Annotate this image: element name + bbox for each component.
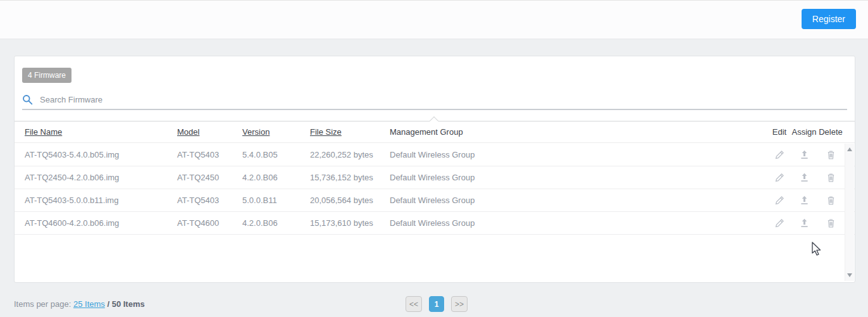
- cell-version: 5.0.0.B11: [242, 196, 310, 205]
- cell-management-group: Default Wireless Group: [390, 150, 767, 159]
- file-size-sort-link[interactable]: File Size: [310, 127, 342, 137]
- pencil-icon[interactable]: [774, 149, 785, 160]
- cell-file-size: 15,173,610 bytes: [310, 218, 390, 228]
- pencil-icon[interactable]: [774, 218, 785, 228]
- cell-model: AT-TQ2450: [177, 173, 242, 182]
- upload-icon[interactable]: [799, 172, 810, 183]
- next-page-button[interactable]: >>: [451, 296, 468, 312]
- cell-model: AT-TQ4600: [177, 218, 242, 228]
- scroll-down-arrow-icon[interactable]: [847, 273, 852, 277]
- model-sort-link[interactable]: Model: [177, 127, 199, 137]
- cell-file-size: 22,260,252 bytes: [310, 150, 390, 159]
- cell-model: AT-TQ5403: [177, 196, 242, 205]
- cell-file-size: 20,056,564 bytes: [310, 196, 390, 205]
- search-bar: [22, 90, 847, 110]
- cell-management-group: Default Wireless Group: [390, 196, 767, 205]
- upload-icon[interactable]: [799, 218, 810, 228]
- column-header-file-name[interactable]: File Name: [15, 127, 177, 137]
- firmware-count-badge: 4 Firmware: [22, 68, 71, 83]
- current-page-button[interactable]: 1: [429, 296, 444, 312]
- cell-model: AT-TQ5403: [177, 150, 242, 159]
- column-header-version[interactable]: Version: [242, 127, 310, 137]
- table-header-row: File Name Model Version File Size Manage…: [15, 121, 855, 143]
- cell-file-name: AT-TQ5403-5.4.0.b05.img: [15, 150, 177, 159]
- cell-version: 4.2.0.B06: [242, 218, 310, 228]
- column-header-model[interactable]: Model: [177, 127, 242, 137]
- trash-icon[interactable]: [826, 218, 836, 228]
- items-per-page-label: Items per page:: [14, 299, 71, 309]
- items-per-page: Items per page: 25 Items / 50 Items: [14, 299, 145, 309]
- search-input[interactable]: [39, 94, 847, 105]
- column-header-assign: Assign: [791, 127, 817, 137]
- table-row: AT-TQ5403-5.4.0.b05.img AT-TQ5403 5.4.0.…: [15, 144, 855, 166]
- prev-page-button[interactable]: <<: [406, 296, 422, 312]
- column-header-edit: Edit: [767, 127, 791, 137]
- page-size-link[interactable]: 25 Items: [73, 299, 105, 309]
- cell-file-size: 15,736,152 bytes: [310, 173, 390, 182]
- cell-management-group: Default Wireless Group: [390, 173, 767, 182]
- cell-management-group: Default Wireless Group: [390, 218, 767, 228]
- firmware-panel: 4 Firmware File Name Model Version File …: [14, 56, 855, 283]
- pagination: << 1 >>: [406, 296, 468, 312]
- table-row: AT-TQ5403-5.0.0.b11.img AT-TQ5403 5.0.0.…: [15, 189, 855, 212]
- column-header-delete: Delete: [817, 127, 845, 137]
- header-notch: [430, 116, 438, 125]
- search-icon: [22, 94, 33, 105]
- cell-file-name: AT-TQ2450-4.2.0.b06.img: [15, 173, 177, 182]
- pencil-icon[interactable]: [774, 195, 785, 206]
- scroll-up-arrow-icon[interactable]: [847, 147, 852, 151]
- table-row: AT-TQ2450-4.2.0.b06.img AT-TQ2450 4.2.0.…: [15, 166, 855, 189]
- upload-icon[interactable]: [799, 195, 810, 206]
- cell-version: 5.4.0.B05: [242, 150, 310, 159]
- upload-icon[interactable]: [799, 149, 810, 160]
- trash-icon[interactable]: [826, 149, 836, 160]
- cell-version: 4.2.0.B06: [242, 173, 310, 182]
- trash-icon[interactable]: [826, 172, 836, 183]
- table-row: AT-TQ4600-4.2.0.b06.img AT-TQ4600 4.2.0.…: [15, 212, 855, 235]
- version-sort-link[interactable]: Version: [242, 127, 270, 137]
- total-items-label: 50 Items: [112, 299, 145, 309]
- top-toolbar: Register: [0, 0, 868, 39]
- column-header-file-size[interactable]: File Size: [310, 127, 390, 137]
- file-name-sort-link[interactable]: File Name: [25, 127, 62, 137]
- footer-separator: /: [107, 299, 109, 309]
- trash-icon[interactable]: [826, 195, 836, 206]
- column-header-management-group: Management Group: [390, 127, 767, 137]
- cell-file-name: AT-TQ5403-5.0.0.b11.img: [15, 196, 177, 205]
- vertical-scrollbar[interactable]: [845, 144, 854, 281]
- cell-file-name: AT-TQ4600-4.2.0.b06.img: [15, 218, 177, 228]
- register-button[interactable]: Register: [802, 9, 856, 29]
- table-body: AT-TQ5403-5.4.0.b05.img AT-TQ5403 5.4.0.…: [15, 144, 855, 235]
- pencil-icon[interactable]: [774, 172, 785, 183]
